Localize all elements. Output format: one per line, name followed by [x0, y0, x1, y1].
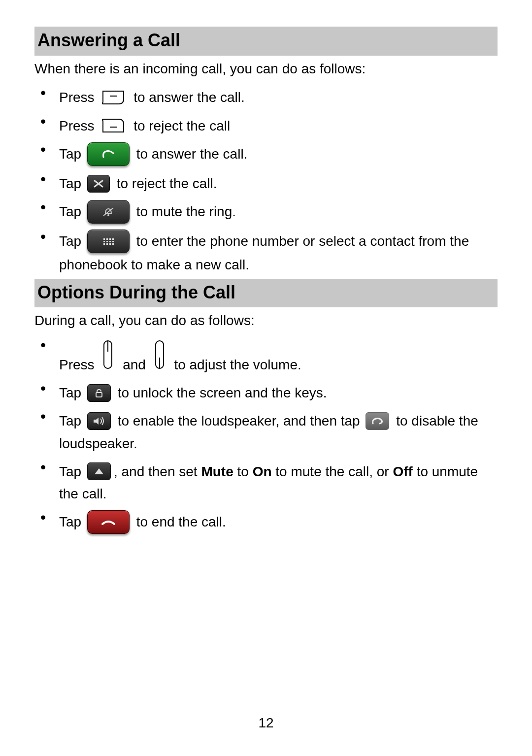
body-text: Tap — [59, 385, 85, 400]
svg-rect-15 — [106, 243, 108, 245]
instruction-item: Tap to enter the phone number or select … — [56, 227, 498, 278]
svg-rect-9 — [112, 238, 114, 240]
body-text: Tap — [59, 234, 85, 249]
emphasis-text: Mute — [201, 464, 233, 479]
instruction-item: Tap to reject the call. — [56, 169, 498, 197]
manual-page: Answering a CallWhen there is an incomin… — [0, 0, 532, 756]
body-text: Tap — [59, 146, 85, 162]
speaker-on-btn-icon[interactable] — [87, 412, 111, 430]
emphasis-text: On — [253, 464, 272, 479]
body-text: Tap — [59, 464, 85, 479]
instruction-item: Tap to unlock the screen and the keys. — [56, 378, 498, 406]
body-text: to unlock the screen and the keys. — [114, 385, 327, 400]
mute-btn-icon[interactable] — [87, 200, 130, 224]
endcall-btn-icon[interactable] — [87, 510, 130, 534]
svg-rect-8 — [109, 238, 111, 240]
svg-point-4 — [107, 214, 109, 216]
instruction-list: Press and to adjust the volume.Tap to un… — [34, 335, 498, 537]
body-text: to enable the loudspeaker, and then tap — [114, 413, 364, 428]
reject-btn-icon[interactable] — [87, 175, 110, 193]
svg-rect-17 — [112, 243, 114, 245]
body-text: to — [233, 464, 253, 479]
body-text: to adjust the volume. — [170, 357, 301, 372]
svg-rect-14 — [103, 243, 105, 245]
emphasis-text: Off — [393, 464, 412, 479]
body-text: , and then set — [114, 464, 201, 479]
answer-btn-icon[interactable] — [87, 142, 130, 166]
section-heading: Options During the Call — [34, 279, 498, 308]
body-text: to mute the call, or — [272, 464, 393, 479]
end-key-icon[interactable] — [100, 117, 127, 134]
dialpad-btn-icon[interactable] — [87, 230, 130, 253]
svg-rect-10 — [103, 241, 105, 242]
speaker-off-btn-icon[interactable] — [366, 412, 389, 430]
body-text: Press — [59, 90, 98, 105]
section-intro: During a call, you can do as follows: — [34, 311, 498, 330]
body-text: Tap — [59, 413, 85, 428]
instruction-list: Press to answer the call.Press to reject… — [34, 83, 498, 278]
send-key-icon[interactable] — [100, 89, 127, 106]
instruction-item: Tap to mute the ring. — [56, 197, 498, 227]
svg-rect-7 — [106, 238, 108, 240]
instruction-item: Tap to enable the loudspeaker, and then … — [56, 406, 498, 457]
section-heading: Answering a Call — [34, 27, 498, 56]
svg-rect-16 — [109, 243, 111, 245]
instruction-item: Press to answer the call. — [56, 83, 498, 111]
body-text: Tap — [59, 176, 85, 191]
body-text: to end the call. — [133, 515, 226, 530]
options-btn-icon[interactable] — [87, 462, 111, 480]
body-text: Press — [59, 357, 98, 372]
section-intro: When there is an incoming call, you can … — [34, 60, 498, 78]
svg-marker-24 — [95, 468, 103, 474]
voldown-icon[interactable] — [152, 338, 167, 375]
svg-rect-22 — [96, 393, 102, 397]
body-text: to mute the ring. — [133, 204, 236, 220]
svg-rect-12 — [109, 241, 111, 242]
svg-marker-23 — [94, 418, 99, 425]
svg-rect-13 — [112, 241, 114, 242]
body-text: Press — [59, 118, 98, 133]
body-text: to answer the call. — [133, 146, 247, 162]
body-text: Tap — [59, 204, 85, 220]
instruction-item: Press to reject the call — [56, 111, 498, 139]
instruction-item: Tap to end the call. — [56, 507, 498, 537]
body-text: to reject the call. — [113, 176, 217, 191]
instruction-item: Tap to answer the call. — [56, 139, 498, 169]
body-text: and — [119, 357, 149, 372]
instruction-item: Press and to adjust the volume. — [56, 335, 498, 378]
page-number: 12 — [0, 714, 532, 732]
instruction-item: Tap , and then set Mute to On to mute th… — [56, 457, 498, 508]
body-text: to reject the call — [130, 118, 230, 133]
volup-icon[interactable] — [100, 338, 116, 375]
svg-rect-11 — [106, 241, 108, 242]
svg-rect-6 — [103, 238, 105, 240]
unlock-btn-icon[interactable] — [87, 384, 111, 402]
body-text: Tap — [59, 515, 85, 530]
body-text: to answer the call. — [130, 90, 244, 105]
